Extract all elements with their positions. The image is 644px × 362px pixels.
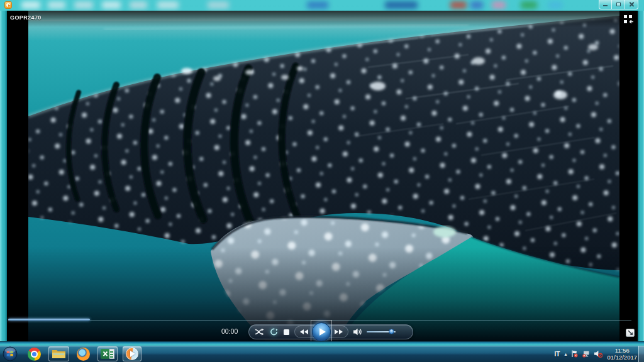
- taskbar-item-media-player[interactable]: [123, 346, 142, 361]
- language-indicator[interactable]: IT: [555, 351, 560, 358]
- taskbar-item-excel[interactable]: [97, 346, 118, 361]
- fast-forward-icon: [339, 329, 343, 334]
- excel-x-icon: [101, 349, 109, 359]
- shuffle-icon: [255, 328, 264, 336]
- speaker-icon[interactable]: [353, 328, 363, 336]
- desktop-screen: GOPR2470 00:00: [0, 0, 644, 362]
- stop-icon: [284, 329, 289, 335]
- show-desktop-button[interactable]: [638, 346, 644, 362]
- taskbar-item-chrome[interactable]: [25, 346, 43, 361]
- switch-to-library-icon: [623, 14, 635, 25]
- restore-button[interactable]: [612, 0, 625, 9]
- desktop-icon-blur: [130, 1, 147, 9]
- elapsed-time: 00:00: [221, 327, 238, 335]
- taskbar-item-explorer[interactable]: [48, 346, 69, 361]
- video-filename-overlay: GOPR2470: [10, 14, 42, 21]
- excel-icon: [101, 349, 114, 359]
- repeat-button[interactable]: [269, 327, 279, 336]
- window-border-right: [638, 11, 644, 341]
- desktop-icon-blur: [450, 1, 467, 9]
- view-fullscreen-icon: [628, 330, 633, 336]
- titlebar: [0, 0, 644, 11]
- fast-forward-icon: [335, 329, 338, 334]
- close-icon: [629, 2, 635, 8]
- volume-slider[interactable]: [367, 331, 396, 332]
- desktop-icon-blur: [48, 1, 65, 9]
- action-center-alert-icon[interactable]: [571, 350, 578, 358]
- media-player-window-icon[interactable]: [4, 1, 12, 9]
- minimize-icon: [603, 5, 608, 6]
- taskbar: IT ▴ 11:56 01/12/2017: [0, 346, 644, 362]
- rewind-icon: [300, 329, 304, 334]
- explorer-folder-icon: [52, 348, 66, 359]
- restore-icon: [616, 3, 621, 6]
- firefox-icon: [77, 348, 90, 361]
- taskbar-item-firefox[interactable]: [74, 346, 92, 361]
- play-button[interactable]: [312, 322, 331, 341]
- desktop-icon-blur: [74, 1, 93, 9]
- network-disconnected-icon[interactable]: [582, 351, 590, 358]
- system-tray: IT ▴ 11:56 01/12/2017: [555, 346, 637, 362]
- desktop-icon-blur: [307, 1, 328, 9]
- stop-button[interactable]: [284, 329, 289, 335]
- audio-muted-icon[interactable]: [594, 350, 602, 358]
- media-player-icon: [126, 348, 138, 360]
- media-player-play-icon: [130, 351, 135, 357]
- seek-progress[interactable]: [8, 319, 90, 321]
- excel-sheet-icon: [109, 349, 114, 359]
- desktop-icon-blur: [385, 1, 418, 9]
- window-buttons: [599, 0, 638, 9]
- desktop-icon-blur: [157, 1, 179, 9]
- repeat-icon: [269, 327, 279, 336]
- chrome-icon: [28, 348, 41, 361]
- window-border-bottom: [0, 341, 644, 346]
- windows-start-orb-icon: [3, 346, 18, 361]
- tray-date: 01/12/2017: [607, 354, 637, 361]
- tray-time: 11:56: [607, 347, 637, 354]
- desktop-icon-blur: [470, 1, 483, 9]
- view-fullscreen-button[interactable]: [626, 329, 635, 337]
- close-button[interactable]: [625, 0, 638, 9]
- transport-group: [294, 326, 348, 338]
- desktop-icon-blur: [492, 1, 506, 9]
- start-button[interactable]: [3, 346, 18, 361]
- switch-to-library-button[interactable]: [623, 14, 635, 25]
- play-icon: [319, 328, 326, 336]
- playback-controls: [248, 324, 413, 339]
- minimize-button[interactable]: [599, 0, 612, 9]
- desktop-icon-blur: [102, 1, 121, 9]
- tray-clock[interactable]: 11:56 01/12/2017: [607, 347, 637, 361]
- desktop-icon-blur: [521, 1, 537, 9]
- rewind-button[interactable]: [300, 329, 308, 334]
- volume-controls: [353, 328, 396, 336]
- volume-thumb[interactable]: [389, 329, 394, 334]
- desktop-icon-blur: [548, 1, 562, 9]
- window-border-left: [0, 11, 7, 341]
- fast-forward-button[interactable]: [335, 329, 343, 334]
- tray-chevron-icon[interactable]: ▴: [564, 351, 567, 357]
- media-player-window: GOPR2470 00:00: [7, 11, 638, 341]
- video-frame-whale-shark[interactable]: [28, 11, 619, 341]
- desktop-icon-blur: [208, 1, 229, 9]
- desktop-icon-blur: [21, 1, 40, 9]
- shuffle-button[interactable]: [255, 328, 264, 336]
- rewind-icon: [304, 329, 308, 334]
- taskbar-apps: [25, 346, 142, 361]
